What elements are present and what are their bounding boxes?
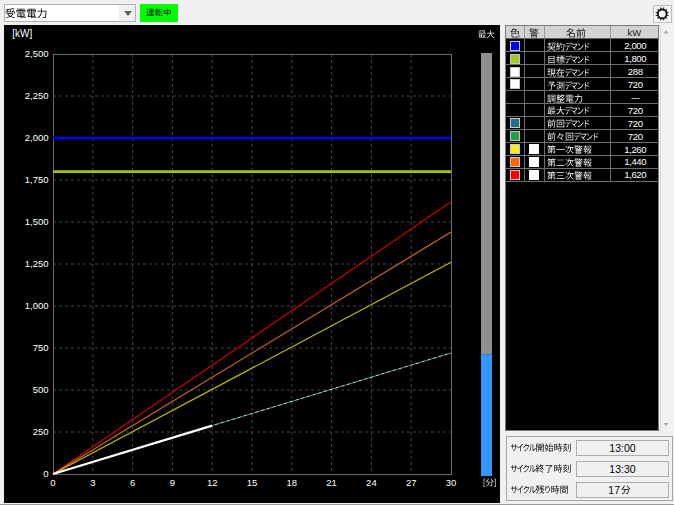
- svg-text:0: 0: [50, 477, 55, 488]
- svg-text:250: 250: [33, 426, 49, 437]
- svg-text:1,750: 1,750: [25, 174, 49, 185]
- svg-text:2,250: 2,250: [25, 90, 49, 101]
- svg-text:0: 0: [43, 468, 48, 479]
- svg-text:30: 30: [446, 477, 457, 488]
- svg-text:1,500: 1,500: [25, 216, 49, 227]
- svg-text:9: 9: [170, 477, 175, 488]
- svg-text:24: 24: [366, 477, 377, 488]
- svg-text:[kW]: [kW]: [12, 28, 32, 39]
- svg-text:21: 21: [326, 477, 337, 488]
- svg-text:15: 15: [247, 477, 258, 488]
- svg-text:18: 18: [287, 477, 298, 488]
- svg-text:1,250: 1,250: [25, 258, 49, 269]
- svg-text:27: 27: [406, 477, 417, 488]
- svg-text:2,000: 2,000: [25, 132, 49, 143]
- svg-text:750: 750: [33, 342, 49, 353]
- svg-text:12: 12: [207, 477, 218, 488]
- svg-text:3: 3: [90, 477, 95, 488]
- svg-text:1,000: 1,000: [25, 300, 49, 311]
- svg-text:2,500: 2,500: [25, 48, 49, 59]
- svg-text:6: 6: [130, 477, 135, 488]
- svg-text:500: 500: [33, 384, 49, 395]
